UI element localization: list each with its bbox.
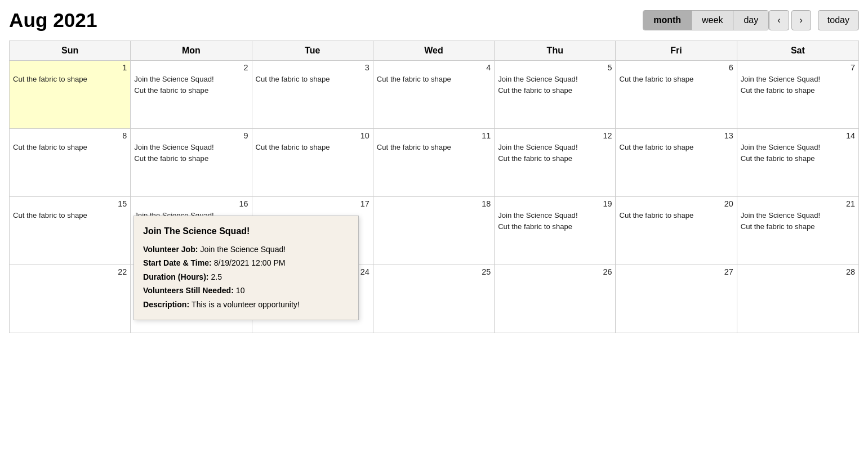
day-headers: Sun Mon Tue Wed Thu Fri Sat [10, 41, 858, 61]
event-2-6-0[interactable]: Join the Science Squad! [741, 210, 855, 220]
event-1-2-0[interactable]: Cut the fabric to shape [256, 142, 370, 152]
calendar-title: Aug 2021 [9, 9, 643, 32]
cell-date-2-0: 15 [13, 199, 127, 208]
calendar-cell-0-6: 7Join the Science Squad!Cut the fabric t… [737, 61, 858, 128]
calendar-cell-2-4: 19Join the Science Squad!Cut the fabric … [495, 197, 616, 265]
calendar-cell-3-3: 25 [373, 265, 495, 333]
event-2-5-0[interactable]: Cut the fabric to shape [619, 210, 733, 220]
tooltip-field-label: Description: [143, 300, 192, 309]
tooltip-field: Duration (Hours): 2.5 [143, 271, 349, 284]
tooltip-field: Volunteer Job: Join the Science Squad! [143, 243, 349, 256]
calendar-cell-3-0: 22 [10, 265, 131, 333]
cell-date-3-4: 26 [498, 267, 612, 276]
cell-date-0-2: 3 [256, 63, 370, 72]
cell-date-0-0: 1 [13, 63, 127, 72]
tooltip-field: Start Date & Time: 8/19/2021 12:00 PM [143, 257, 349, 270]
day-header-wed: Wed [373, 41, 495, 60]
tooltip-field-label: Start Date & Time: [143, 258, 214, 267]
event-0-0-0[interactable]: Cut the fabric to shape [13, 74, 127, 84]
day-header-sat: Sat [737, 41, 858, 60]
cell-date-3-5: 27 [619, 267, 733, 276]
cell-date-2-2: 17 [256, 199, 370, 208]
event-tooltip: Join The Science Squad! Volunteer Job: J… [133, 216, 359, 320]
calendar-cell-3-5: 27 [616, 265, 737, 333]
calendar-cell-0-1: 2Join the Science Squad!Cut the fabric t… [131, 61, 252, 128]
cell-date-2-1: 16 [134, 199, 248, 208]
cell-date-0-1: 2 [134, 63, 248, 72]
cell-date-2-4: 19 [498, 199, 612, 208]
tooltip-field-value: Join the Science Squad! [200, 245, 286, 254]
calendar-cell-0-5: 6Cut the fabric to shape [616, 61, 737, 128]
calendar-cell-1-0: 8Cut the fabric to shape [10, 129, 131, 196]
event-1-1-0[interactable]: Join the Science Squad! [134, 142, 248, 152]
calendar-cell-0-0: 1Cut the fabric to shape [10, 61, 131, 128]
cell-date-2-3: 18 [377, 199, 491, 208]
cell-date-1-0: 8 [13, 131, 127, 140]
event-1-1-1[interactable]: Cut the fabric to shape [134, 154, 248, 163]
week-row-0: 1Cut the fabric to shape2Join the Scienc… [10, 61, 858, 129]
calendar-cell-3-6: 28 [737, 265, 858, 333]
nav-controls: ‹ › today [769, 10, 859, 30]
cell-date-1-1: 9 [134, 131, 248, 140]
event-0-4-1[interactable]: Cut the fabric to shape [498, 86, 612, 95]
calendar-cell-1-4: 12Join the Science Squad!Cut the fabric … [495, 129, 616, 196]
event-1-4-0[interactable]: Join the Science Squad! [498, 142, 612, 152]
event-2-4-1[interactable]: Cut the fabric to shape [498, 222, 612, 231]
event-1-6-0[interactable]: Join the Science Squad! [741, 142, 855, 152]
event-0-4-0[interactable]: Join the Science Squad! [498, 74, 612, 84]
cell-date-1-2: 10 [256, 131, 370, 140]
calendar-cell-1-3: 11Cut the fabric to shape [373, 129, 495, 196]
tooltip-field-label: Volunteer Job: [143, 245, 200, 254]
cell-date-3-6: 28 [741, 267, 855, 276]
event-1-3-0[interactable]: Cut the fabric to shape [377, 142, 491, 152]
day-header-mon: Mon [131, 41, 252, 60]
calendar-cell-2-5: 20Cut the fabric to shape [616, 197, 737, 265]
tooltip-field-label: Duration (Hours): [143, 272, 211, 281]
calendar-cell-3-4: 26 [495, 265, 616, 333]
cell-date-3-0: 22 [13, 267, 127, 276]
event-1-0-0[interactable]: Cut the fabric to shape [13, 142, 127, 152]
week-row-1: 8Cut the fabric to shape9Join the Scienc… [10, 129, 858, 197]
prev-button[interactable]: ‹ [769, 10, 789, 30]
calendar-cell-0-3: 4Cut the fabric to shape [373, 61, 495, 128]
tooltip-title: Join The Science Squad! [143, 224, 349, 239]
month-view-button[interactable]: month [643, 11, 692, 30]
calendar-cell-2-6: 21Join the Science Squad!Cut the fabric … [737, 197, 858, 265]
cell-date-0-6: 7 [741, 63, 855, 72]
cell-date-2-6: 21 [741, 199, 855, 208]
tooltip-field-value: 8/19/2021 12:00 PM [214, 258, 286, 267]
calendar-cell-2-0: 15Cut the fabric to shape [10, 197, 131, 265]
calendar-cell-1-6: 14Join the Science Squad!Cut the fabric … [737, 129, 858, 196]
week-view-button[interactable]: week [692, 11, 733, 30]
calendar-cell-1-2: 10Cut the fabric to shape [252, 129, 373, 196]
tooltip-field-value: 10 [236, 286, 245, 295]
event-1-6-1[interactable]: Cut the fabric to shape [741, 154, 855, 163]
today-button[interactable]: today [818, 10, 859, 30]
cell-date-3-3: 25 [377, 267, 491, 276]
tooltip-field-label: Volunteers Still Needed: [143, 286, 236, 295]
event-0-1-1[interactable]: Cut the fabric to shape [134, 86, 248, 95]
event-0-6-0[interactable]: Join the Science Squad! [741, 74, 855, 84]
view-toggle: month week day [643, 10, 769, 30]
event-0-3-0[interactable]: Cut the fabric to shape [377, 74, 491, 84]
day-header-fri: Fri [616, 41, 737, 60]
event-1-4-1[interactable]: Cut the fabric to shape [498, 154, 612, 163]
cell-date-1-5: 13 [619, 131, 733, 140]
day-view-button[interactable]: day [733, 11, 768, 30]
event-2-6-1[interactable]: Cut the fabric to shape [741, 222, 855, 231]
next-button[interactable]: › [791, 10, 811, 30]
event-0-1-0[interactable]: Join the Science Squad! [134, 74, 248, 84]
event-0-5-0[interactable]: Cut the fabric to shape [619, 74, 733, 84]
calendar-cell-0-2: 3Cut the fabric to shape [252, 61, 373, 128]
event-0-2-0[interactable]: Cut the fabric to shape [256, 74, 370, 84]
event-0-6-1[interactable]: Cut the fabric to shape [741, 86, 855, 95]
cell-date-0-5: 6 [619, 63, 733, 72]
event-2-0-0[interactable]: Cut the fabric to shape [13, 210, 127, 220]
cell-date-0-3: 4 [377, 63, 491, 72]
cell-date-1-3: 11 [377, 131, 491, 140]
calendar-grid: Sun Mon Tue Wed Thu Fri Sat 1Cut the fab… [9, 41, 859, 333]
event-2-4-0[interactable]: Join the Science Squad! [498, 210, 612, 220]
event-1-5-0[interactable]: Cut the fabric to shape [619, 142, 733, 152]
day-header-sun: Sun [10, 41, 131, 60]
cell-date-1-4: 12 [498, 131, 612, 140]
